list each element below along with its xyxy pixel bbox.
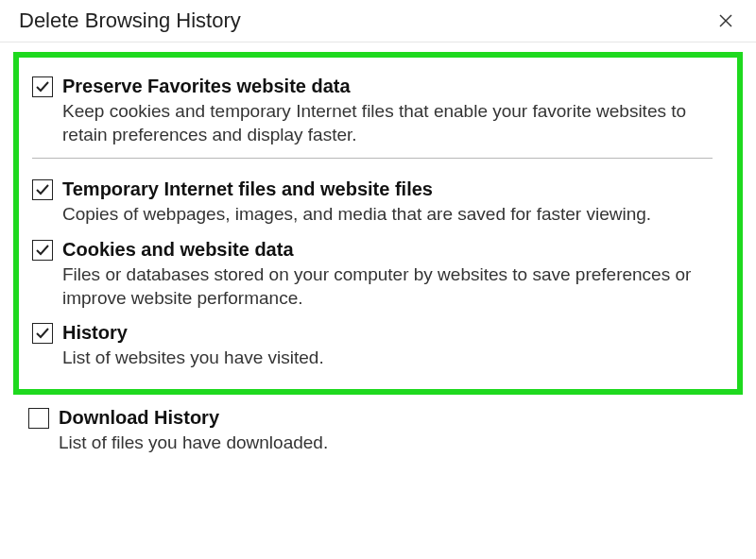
- option-desc: List of websites you have visited.: [62, 347, 713, 370]
- option-desc: Files or databases stored on your comput…: [62, 263, 713, 310]
- checkbox-history[interactable]: [32, 323, 53, 344]
- option-title: History: [62, 321, 713, 345]
- option-title: Preserve Favorites website data: [62, 75, 713, 98]
- divider: [32, 158, 713, 159]
- check-icon: [35, 182, 50, 197]
- checkbox-temp-files[interactable]: [32, 179, 53, 200]
- options-continued: Download History List of files you have …: [0, 402, 756, 455]
- option-title: Download History: [59, 406, 718, 430]
- label-block: Download History List of files you have …: [59, 406, 718, 455]
- close-button[interactable]: [705, 6, 747, 36]
- option-desc: Copies of webpages, images, and media th…: [62, 203, 713, 227]
- titlebar: Delete Browsing History: [0, 0, 756, 42]
- label-block: History List of websites you have visite…: [62, 321, 713, 370]
- close-icon: [718, 13, 733, 28]
- label-block: Cookies and website data Files or databa…: [62, 238, 713, 310]
- window-title: Delete Browsing History: [19, 8, 241, 33]
- check-icon: [35, 326, 50, 341]
- option-history: History List of websites you have visite…: [32, 321, 713, 370]
- checkbox-cookies[interactable]: [32, 240, 53, 261]
- option-cookies: Cookies and website data Files or databa…: [32, 238, 713, 310]
- option-temp-files: Temporary Internet files and website fil…: [32, 178, 713, 227]
- check-icon: [35, 243, 50, 258]
- option-title: Cookies and website data: [62, 238, 713, 262]
- label-block: Temporary Internet files and website fil…: [62, 178, 713, 227]
- option-download-history: Download History List of files you have …: [28, 406, 718, 455]
- highlighted-options-group: Preserve Favorites website data Keep coo…: [13, 52, 743, 395]
- option-desc: List of files you have downloaded.: [59, 432, 718, 455]
- option-preserve-favorites: Preserve Favorites website data Keep coo…: [32, 75, 713, 146]
- check-icon: [35, 79, 50, 94]
- label-block: Preserve Favorites website data Keep coo…: [62, 75, 713, 146]
- checkbox-download-history[interactable]: [28, 408, 49, 429]
- checkbox-preserve-favorites[interactable]: [32, 76, 53, 97]
- option-title: Temporary Internet files and website fil…: [62, 178, 713, 201]
- option-desc: Keep cookies and temporary Internet file…: [62, 100, 713, 146]
